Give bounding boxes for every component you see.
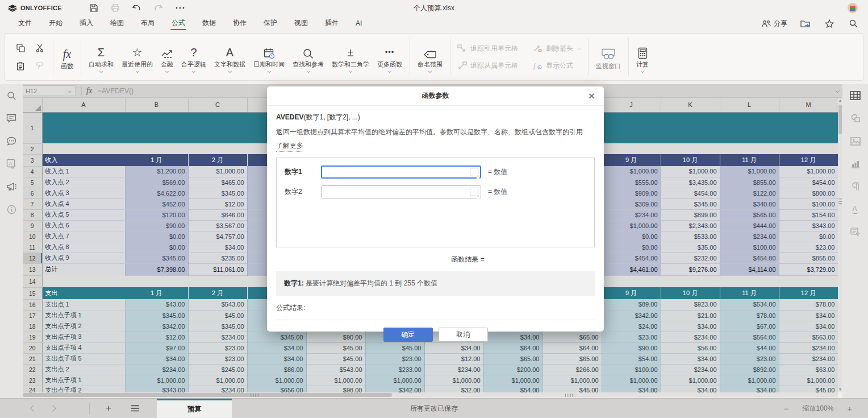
cell[interactable]: $23.00 bbox=[188, 353, 247, 364]
ok-button[interactable]: 确定 bbox=[383, 328, 433, 342]
expand-formula-bar-icon[interactable] bbox=[836, 89, 840, 93]
cell[interactable]: $1,000.00 bbox=[542, 375, 602, 386]
save-icon[interactable] bbox=[88, 2, 99, 14]
cell[interactable]: $1,000.00 bbox=[424, 375, 483, 386]
cell[interactable]: 9 月 bbox=[602, 154, 661, 166]
cell[interactable]: $120.00 bbox=[125, 209, 188, 220]
cell[interactable]: $0.00 bbox=[125, 242, 188, 253]
feedback-icon[interactable] bbox=[0, 175, 23, 198]
cell[interactable]: 支出 bbox=[42, 287, 125, 299]
about-icon[interactable] bbox=[0, 198, 23, 221]
tab-文件[interactable]: 文件 bbox=[17, 16, 33, 31]
cell[interactable]: $2,343.00 bbox=[661, 220, 720, 231]
trace-dependents-button[interactable]: 追踪从属单元格 bbox=[457, 58, 518, 73]
column-header-C[interactable]: C bbox=[188, 98, 247, 112]
cell[interactable]: $12.00 bbox=[125, 332, 188, 342]
row-header-20[interactable]: 20 bbox=[23, 342, 42, 353]
cell[interactable]: $63.00 bbox=[779, 364, 838, 375]
cell[interactable]: $34.00 bbox=[779, 310, 838, 321]
cell[interactable]: $43.00 bbox=[125, 299, 188, 310]
named-range-button[interactable]: 命名范围 bbox=[414, 40, 446, 74]
cell[interactable]: $1,000.00 bbox=[602, 166, 661, 177]
trace-precedents-button[interactable]: 追踪引用单元格 bbox=[457, 41, 518, 56]
vertical-split-grip[interactable] bbox=[838, 198, 842, 206]
row-header-13[interactable]: 13 bbox=[23, 263, 42, 275]
cell[interactable]: $345.00 bbox=[188, 321, 247, 332]
cell[interactable]: 2 月 bbox=[188, 154, 247, 166]
textart-settings-icon[interactable]: A bbox=[842, 198, 868, 221]
cell[interactable]: $1,000.00 bbox=[720, 375, 779, 386]
cell[interactable]: $534.00 bbox=[720, 299, 779, 310]
cell[interactable]: $12.00 bbox=[188, 198, 247, 209]
slicer-settings-icon[interactable] bbox=[842, 221, 868, 243]
cell[interactable]: $533.00 bbox=[661, 231, 720, 242]
cell[interactable]: $234.00 bbox=[779, 342, 838, 353]
text-and-data-button[interactable]: A 文字和数据 bbox=[210, 40, 249, 74]
cell[interactable]: $345.00 bbox=[125, 253, 188, 263]
cell[interactable]: 11 月 bbox=[720, 287, 779, 299]
cell[interactable]: $343.00 bbox=[125, 386, 188, 392]
cell[interactable]: $563.00 bbox=[779, 332, 838, 342]
cell[interactable]: $34.00 bbox=[661, 386, 720, 392]
cell[interactable]: $892.00 bbox=[720, 364, 779, 375]
cut-icon[interactable] bbox=[32, 40, 47, 55]
vertical-scroll-thumb[interactable] bbox=[838, 105, 842, 134]
cell[interactable]: $54.00 bbox=[483, 386, 542, 392]
cell[interactable]: $7,398.00 bbox=[125, 263, 188, 275]
select-range-icon[interactable] bbox=[470, 188, 478, 196]
cell[interactable]: $1,000.00 bbox=[306, 375, 365, 386]
zoom-out-button[interactable]: − bbox=[784, 404, 789, 413]
cell[interactable]: 11 月 bbox=[720, 154, 779, 166]
cell[interactable]: $1,000.00 bbox=[602, 375, 661, 386]
cell[interactable]: $122.00 bbox=[720, 188, 779, 198]
cell[interactable]: 1 月 bbox=[125, 154, 188, 166]
cell[interactable]: $923.00 bbox=[661, 299, 720, 310]
cell[interactable]: $543.00 bbox=[306, 364, 365, 375]
cell[interactable]: $1,000.00 bbox=[188, 166, 247, 177]
cell[interactable]: $4,114.00 bbox=[720, 263, 779, 275]
cell[interactable]: 收入点 7 bbox=[42, 231, 125, 242]
print-icon[interactable] bbox=[110, 2, 121, 14]
cell[interactable]: $345.00 bbox=[125, 310, 188, 321]
cell[interactable]: 总计 bbox=[42, 263, 125, 275]
chat-icon[interactable] bbox=[0, 130, 23, 152]
cell[interactable]: 收入点 4 bbox=[42, 198, 125, 209]
add-sheet-button[interactable]: + bbox=[106, 403, 111, 414]
cell[interactable]: 收入点 5 bbox=[42, 209, 125, 220]
cell[interactable]: $345.00 bbox=[188, 188, 247, 198]
scroll-up-icon[interactable]: ▲ bbox=[838, 98, 842, 104]
cell[interactable]: $4,757.00 bbox=[188, 231, 247, 242]
tab-开始[interactable]: 开始 bbox=[48, 16, 64, 31]
tab-绘图[interactable]: 绘图 bbox=[109, 16, 125, 31]
cell[interactable]: $45.00 bbox=[542, 386, 602, 392]
cell[interactable]: $855.00 bbox=[720, 177, 779, 188]
cell[interactable]: $555.00 bbox=[602, 177, 661, 188]
cell[interactable]: $245.00 bbox=[188, 364, 247, 375]
cell[interactable]: $23.00 bbox=[720, 353, 779, 364]
tab-AI[interactable]: AI bbox=[354, 17, 363, 30]
zoom-in-button[interactable]: + bbox=[847, 404, 852, 413]
cell[interactable]: $646.00 bbox=[188, 209, 247, 220]
cell[interactable]: $34.00 bbox=[661, 353, 720, 364]
calculate-button[interactable]: 计算 bbox=[632, 40, 653, 74]
cell[interactable]: $565.00 bbox=[720, 209, 779, 220]
learn-more-link[interactable]: 了解更多 bbox=[276, 141, 303, 152]
cell[interactable]: $233.00 bbox=[365, 364, 424, 375]
cell[interactable]: $24.00 bbox=[602, 321, 661, 332]
open-file-location-icon[interactable] bbox=[800, 18, 811, 29]
fx-icon[interactable]: fx bbox=[86, 86, 92, 96]
cell[interactable]: 收入点 8 bbox=[42, 242, 125, 253]
search-icon[interactable] bbox=[848, 18, 859, 29]
cell[interactable]: $234.00 bbox=[125, 364, 188, 375]
row-header-24[interactable]: 24 bbox=[23, 386, 42, 392]
cell[interactable]: $1,000.00 bbox=[483, 375, 542, 386]
tab-协作[interactable]: 协作 bbox=[232, 16, 248, 31]
cell[interactable]: $100.00 bbox=[602, 364, 661, 375]
cell[interactable]: $98.00 bbox=[306, 386, 365, 392]
image-settings-icon[interactable] bbox=[842, 130, 868, 152]
row-header-15[interactable]: 15 bbox=[23, 287, 42, 299]
show-formulas-button[interactable]: f 显示公式 bbox=[533, 58, 581, 73]
cell[interactable]: $45.00 bbox=[306, 342, 365, 353]
row-header-9[interactable]: 9 bbox=[23, 220, 42, 231]
cell[interactable]: $200.00 bbox=[483, 364, 542, 375]
